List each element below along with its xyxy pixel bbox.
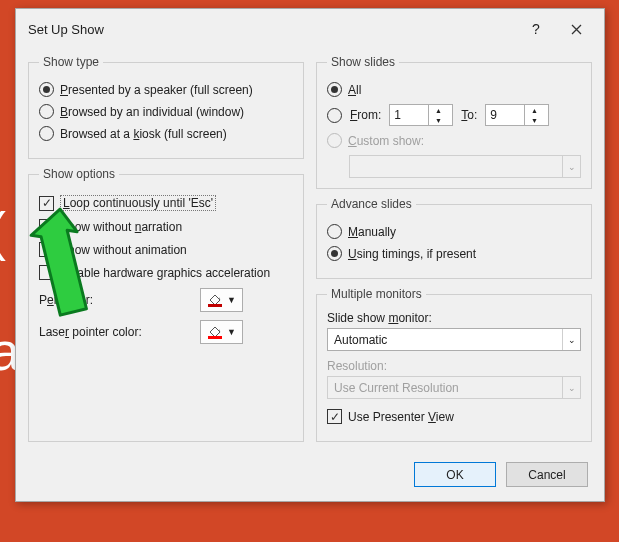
radio-label: Manually [348, 225, 396, 239]
svg-rect-1 [208, 336, 222, 339]
to-spinner[interactable]: ▲▼ [485, 104, 549, 126]
check-label: Show without narration [60, 220, 182, 234]
multiple-monitors-legend: Multiple monitors [327, 287, 426, 301]
from-spinner[interactable]: ▲▼ [389, 104, 453, 126]
pen-color-picker[interactable]: ▼ [200, 288, 243, 312]
check-label: Loop continuously until 'Esc' [60, 195, 216, 211]
background-text: ( [0, 200, 6, 262]
resolution-select: Use Current Resolution ⌄ [327, 376, 581, 399]
radio-label: Using timings, if present [348, 247, 476, 261]
radio-from-slides[interactable]: From: ▲▼ To: ▲▼ [327, 104, 581, 126]
radio-icon [39, 104, 54, 119]
monitor-select[interactable]: Automatic ⌄ [327, 328, 581, 351]
chevron-down-icon: ⌄ [562, 329, 580, 350]
show-type-group: Show type Presented by a speaker (full s… [28, 55, 304, 159]
checkbox-icon [39, 196, 54, 211]
radio-label: Custom show: [348, 134, 424, 148]
resolution-label: Resolution: [327, 359, 581, 373]
laser-color-picker[interactable]: ▼ [200, 320, 243, 344]
dialog-footer: OK Cancel [16, 454, 604, 501]
radio-label: All [348, 83, 361, 97]
ok-button[interactable]: OK [414, 462, 496, 487]
radio-label: Browsed by an individual (window) [60, 105, 244, 119]
spin-up-icon[interactable]: ▲ [525, 105, 543, 115]
to-input[interactable] [486, 105, 524, 125]
close-button[interactable] [556, 17, 596, 41]
show-type-legend: Show type [39, 55, 103, 69]
close-icon [571, 24, 582, 35]
show-slides-legend: Show slides [327, 55, 399, 69]
check-no-animation[interactable]: Show without animation [39, 242, 293, 257]
cancel-button[interactable]: Cancel [506, 462, 588, 487]
radio-label: Browsed at a kiosk (full screen) [60, 127, 227, 141]
monitor-label: Slide show monitor: [327, 311, 581, 325]
radio-custom-show: Custom show: [327, 133, 581, 148]
pen-color-label: Pen color: [39, 293, 93, 307]
radio-label: Presented by a speaker (full screen) [60, 83, 253, 97]
to-label: To: [461, 108, 477, 122]
spin-down-icon[interactable]: ▼ [525, 115, 543, 125]
select-value: Automatic [334, 333, 387, 347]
checkbox-icon [39, 242, 54, 257]
chevron-down-icon: ⌄ [562, 377, 580, 398]
radio-browsed-individual[interactable]: Browsed by an individual (window) [39, 104, 293, 119]
radio-icon [327, 246, 342, 261]
radio-icon [327, 108, 342, 123]
radio-browsed-kiosk[interactable]: Browsed at a kiosk (full screen) [39, 126, 293, 141]
set-up-show-dialog: Set Up Show ? Show type Presented by a s… [15, 8, 605, 502]
spin-down-icon[interactable]: ▼ [429, 115, 447, 125]
radio-icon [39, 82, 54, 97]
advance-slides-group: Advance slides Manually Using timings, i… [316, 197, 592, 279]
radio-manually[interactable]: Manually [327, 224, 581, 239]
radio-presented[interactable]: Presented by a speaker (full screen) [39, 82, 293, 97]
paint-bucket-icon [207, 293, 223, 307]
check-label: Disable hardware graphics acceleration [60, 266, 270, 280]
paint-bucket-icon [207, 325, 223, 339]
show-slides-group: Show slides All From: ▲▼ To: ▲▼ [316, 55, 592, 189]
multiple-monitors-group: Multiple monitors Slide show monitor: Au… [316, 287, 592, 442]
check-label: Use Presenter View [348, 410, 454, 424]
titlebar: Set Up Show ? [16, 9, 604, 49]
checkbox-icon [327, 409, 342, 424]
show-options-group: Show options Loop continuously until 'Es… [28, 167, 304, 442]
check-label: Show without animation [60, 243, 187, 257]
spin-up-icon[interactable]: ▲ [429, 105, 447, 115]
from-input[interactable] [390, 105, 428, 125]
show-options-legend: Show options [39, 167, 119, 181]
custom-show-select: ⌄ [349, 155, 581, 178]
from-label: From: [350, 108, 381, 122]
radio-icon [327, 133, 342, 148]
radio-icon [327, 224, 342, 239]
dialog-title: Set Up Show [28, 22, 516, 37]
pen-color-row: Pen color: ▼ [39, 288, 293, 312]
check-presenter-view[interactable]: Use Presenter View [327, 409, 581, 424]
check-loop[interactable]: Loop continuously until 'Esc' [39, 195, 293, 211]
radio-timings[interactable]: Using timings, if present [327, 246, 581, 261]
check-disable-gpu[interactable]: Disable hardware graphics acceleration [39, 265, 293, 280]
radio-all-slides[interactable]: All [327, 82, 581, 97]
advance-slides-legend: Advance slides [327, 197, 416, 211]
chevron-down-icon: ⌄ [562, 156, 580, 177]
check-no-narration[interactable]: Show without narration [39, 219, 293, 234]
chevron-down-icon: ▼ [227, 327, 236, 337]
radio-icon [39, 126, 54, 141]
checkbox-icon [39, 265, 54, 280]
chevron-down-icon: ▼ [227, 295, 236, 305]
laser-color-row: Laser pointer color: ▼ [39, 320, 293, 344]
select-value: Use Current Resolution [334, 381, 459, 395]
laser-color-label: Laser pointer color: [39, 325, 142, 339]
help-button[interactable]: ? [516, 17, 556, 41]
radio-icon [327, 82, 342, 97]
checkbox-icon [39, 219, 54, 234]
svg-rect-0 [208, 304, 222, 307]
